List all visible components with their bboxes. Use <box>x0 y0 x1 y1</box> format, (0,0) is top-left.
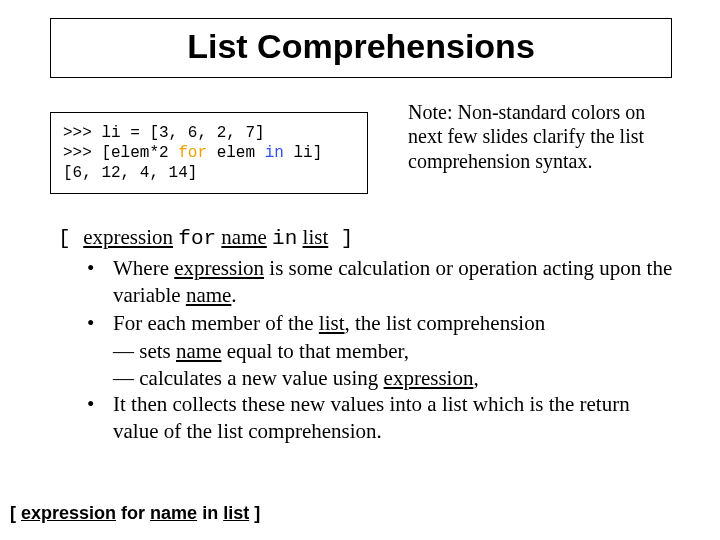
b2b: , the list comprehension <box>345 311 546 335</box>
b2s1b: equal to that member, <box>221 339 409 363</box>
syntax-list: list <box>303 225 329 249</box>
bottom-open-bracket: [ <box>10 503 21 523</box>
bottom-expression: expression <box>21 503 116 523</box>
bullet-1: Where expression is some calculation or … <box>75 255 680 309</box>
bottom-list: list <box>223 503 249 523</box>
b1-expression: expression <box>174 256 264 280</box>
code-example: >>> li = [3, 6, 2, 7] >>> [elem*2 for el… <box>50 112 368 194</box>
b2a: For each member of the <box>113 311 319 335</box>
slide-title: List Comprehensions <box>50 18 672 78</box>
syntax-name: name <box>221 225 266 249</box>
slide: List Comprehensions >>> li = [3, 6, 2, 7… <box>0 0 720 540</box>
code-line-2b: elem <box>207 144 265 162</box>
b2s2b: , <box>473 366 478 390</box>
syntax-pattern: [ expression for name in list ] <box>58 225 668 250</box>
syntax-expression: expression <box>83 225 173 249</box>
b1a: Where <box>113 256 174 280</box>
b1c: . <box>231 283 236 307</box>
b3: It then collects these new values into a… <box>113 392 630 443</box>
syntax-in: in <box>272 227 297 250</box>
bottom-syntax-pattern: [ expression for name in list ] <box>10 503 710 524</box>
b2s2a: — calculates a new value using <box>113 366 384 390</box>
b2s2-expression: expression <box>384 366 474 390</box>
syntax-for: for <box>178 227 216 250</box>
code-line-1: li = [3, 6, 2, 7] <box>101 124 264 142</box>
code-line-1-prompt: >>> <box>63 124 101 142</box>
code-kw-for: for <box>178 144 207 162</box>
syntax-open-bracket: [ <box>58 227 83 250</box>
b2-list: list <box>319 311 345 335</box>
bottom-name: name <box>150 503 197 523</box>
bullet-3: It then collects these new values into a… <box>75 391 680 445</box>
code-line-2a: [elem*2 <box>101 144 178 162</box>
syntax-close-bracket: ] <box>328 227 353 250</box>
b2s1a: — sets <box>113 339 176 363</box>
bottom-in: in <box>202 503 218 523</box>
code-line-2c: li] <box>284 144 322 162</box>
code-line-3: [6, 12, 4, 14] <box>63 164 197 182</box>
bottom-for: for <box>121 503 145 523</box>
b2s1-name: name <box>176 339 221 363</box>
b1-name: name <box>186 283 231 307</box>
bullet-2: For each member of the list, the list co… <box>75 310 680 337</box>
code-line-2-prompt: >>> <box>63 144 101 162</box>
note-text: Note: Non-standard colors on next few sl… <box>408 100 680 173</box>
bullet-list: Where expression is some calculation or … <box>75 255 680 446</box>
bottom-close-bracket: ] <box>249 503 260 523</box>
bullet-2-sub1: — sets name equal to that member, <box>75 338 680 365</box>
bullet-2-sub2: — calculates a new value using expressio… <box>75 365 680 392</box>
code-kw-in: in <box>265 144 284 162</box>
